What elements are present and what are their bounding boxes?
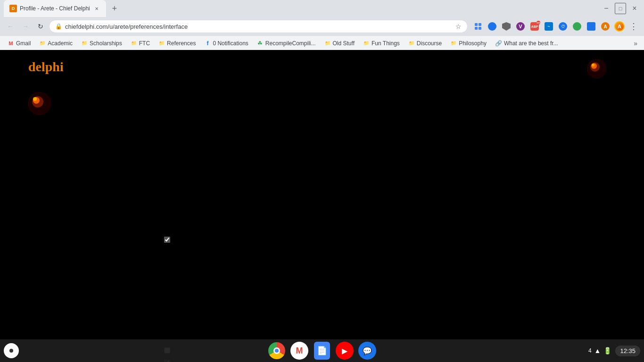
taskbar-docs-icon[interactable]: 📄 — [313, 341, 331, 360]
maximize-button[interactable]: □ — [615, 3, 626, 14]
tab-favicon: D — [9, 5, 17, 12]
minimize-button[interactable]: − — [601, 3, 612, 14]
wifi-icon: ▲ — [594, 347, 601, 354]
ext-green-icon[interactable] — [570, 20, 584, 33]
folder-icon: 📁 — [158, 40, 165, 47]
bookmark-label: FTC — [139, 40, 150, 47]
tab-title: Profile - Arete - Chief Delphi — [20, 5, 90, 12]
more-menu-button[interactable]: ⋮ — [627, 20, 640, 33]
bookmark-references[interactable]: 📁 References — [155, 38, 199, 49]
bookmark-label: 0 Notifications — [213, 40, 248, 47]
ext-blue-circle-icon[interactable] — [486, 20, 499, 33]
bookmark-notifications[interactable]: f 0 Notifications — [200, 38, 252, 49]
bookmark-label: Old Stuff — [333, 40, 355, 47]
bookmark-label: What are the best fr... — [504, 40, 558, 47]
forward-button[interactable]: → — [19, 20, 32, 33]
taskbar-clock[interactable]: 12:35 — [615, 346, 640, 356]
delphi-logo: delphi — [28, 59, 64, 74]
bookmark-star-icon[interactable]: ☆ — [455, 23, 462, 30]
folder-icon: 📁 — [39, 40, 46, 47]
new-tab-button[interactable]: + — [108, 2, 121, 15]
folder-icon: 📁 — [324, 40, 331, 47]
bookmark-label: Philosophy — [459, 40, 487, 47]
lock-icon: 🔒 — [55, 23, 62, 30]
checkbox-middle[interactable] — [164, 236, 171, 243]
url-text: chiefdelphi.com/u/arete/preferences/inte… — [65, 23, 453, 30]
user-avatar-icon[interactable]: A — [613, 20, 626, 33]
svg-point-3 — [592, 64, 594, 66]
bookmark-recompile[interactable]: ☘ RecompileCompili... — [253, 38, 320, 49]
back-button[interactable]: ← — [4, 20, 17, 33]
browser-window: D Profile - Arete - Chief Delphi ✕ + − □… — [0, 0, 644, 362]
taskbar-messages-icon[interactable]: 💬 — [358, 341, 377, 360]
ext-abp-icon[interactable]: ABP on — [528, 20, 541, 33]
taskbar-left — [4, 343, 19, 358]
facebook-icon: f — [204, 40, 211, 47]
active-tab[interactable]: D Profile - Arete - Chief Delphi ✕ — [4, 0, 106, 17]
ext-grid-icon[interactable] — [471, 20, 485, 33]
taskbar-gmail-icon[interactable]: M — [290, 341, 309, 360]
bookmark-fun-things[interactable]: 📁 Fun Things — [359, 38, 404, 49]
ext-orange-icon[interactable]: A — [599, 20, 612, 33]
url-bar[interactable]: 🔒 chiefdelphi.com/u/arete/preferences/in… — [49, 20, 468, 33]
bookmark-label: RecompileCompili... — [265, 40, 316, 47]
bookmark-label: Academic — [48, 40, 73, 47]
bookmark-ftc[interactable]: 📁 FTC — [127, 38, 154, 49]
reload-button[interactable]: ↻ — [34, 20, 47, 33]
bookmark-label: Gmail — [16, 40, 31, 47]
folder-icon: 📁 — [363, 40, 370, 47]
avatar-left[interactable] — [28, 92, 51, 115]
bookmark-discourse[interactable]: 📁 Discourse — [405, 38, 446, 49]
taskbar-youtube-icon[interactable]: ▶ — [335, 341, 354, 360]
svg-point-7 — [33, 97, 37, 101]
close-button[interactable]: × — [629, 3, 640, 14]
ext-clock-icon[interactable]: ⏱ — [556, 20, 570, 33]
folder-icon: 📁 — [408, 40, 415, 47]
ext-v-icon[interactable]: V — [514, 20, 527, 33]
bookmarks-bar: M Gmail 📁 Academic 📁 Scholarships 📁 FTC … — [0, 36, 644, 50]
taskbar-chrome-icon[interactable] — [267, 341, 286, 360]
window-controls: − □ × — [601, 3, 640, 14]
taskbar-status: 4 ▲ 🔋 — [588, 347, 612, 354]
taskbar-center: M 📄 ▶ 💬 — [267, 341, 377, 360]
tab-bar: D Profile - Arete - Chief Delphi ✕ + — [4, 0, 597, 17]
bookmark-academic[interactable]: 📁 Academic — [35, 38, 76, 49]
folder-icon: 📁 — [450, 40, 457, 47]
toolbar-icons: V ABP on ~ ⏱ A — [471, 20, 640, 33]
ext-wave-icon[interactable]: ~ — [542, 20, 555, 33]
middle-checkbox[interactable] — [164, 237, 170, 243]
bookmark-what-are-best[interactable]: 🔗 What are the best fr... — [491, 38, 562, 49]
folder-icon: 📁 — [81, 40, 88, 47]
special-icon: 🔗 — [495, 40, 502, 47]
bookmark-gmail[interactable]: M Gmail — [4, 38, 34, 49]
bookmark-label: Discourse — [417, 40, 442, 47]
taskbar: M 📄 ▶ 💬 4 ▲ 🔋 12:35 — [0, 339, 644, 362]
launcher-button[interactable] — [4, 343, 19, 358]
green-icon: ☘ — [257, 40, 264, 47]
title-bar: D Profile - Arete - Chief Delphi ✕ + − □… — [0, 0, 644, 17]
bookmark-old-stuff[interactable]: 📁 Old Stuff — [321, 38, 358, 49]
battery-icon: 🔋 — [603, 347, 611, 354]
folder-icon: 📁 — [131, 40, 137, 47]
bookmarks-more-button[interactable]: » — [631, 39, 640, 48]
bookmark-label: Fun Things — [372, 40, 400, 47]
ext-calendar-icon[interactable] — [585, 20, 598, 33]
avatar-top-right[interactable] — [587, 59, 606, 78]
launcher-icon — [9, 349, 13, 353]
main-content: delphi — [0, 50, 644, 362]
taskbar-right: 4 ▲ 🔋 12:35 — [588, 346, 640, 356]
tab-close-button[interactable]: ✕ — [93, 5, 100, 12]
bookmark-label: References — [167, 40, 196, 47]
bookmark-philosophy[interactable]: 📁 Philosophy — [446, 38, 490, 49]
wifi-count: 4 — [588, 347, 592, 354]
bookmark-label: Scholarships — [90, 40, 122, 47]
ext-shield-icon[interactable] — [500, 20, 513, 33]
bookmark-scholarships[interactable]: 📁 Scholarships — [77, 38, 126, 49]
gmail-icon: M — [8, 40, 14, 47]
address-bar: ← → ↻ 🔒 chiefdelphi.com/u/arete/preferen… — [0, 17, 644, 36]
